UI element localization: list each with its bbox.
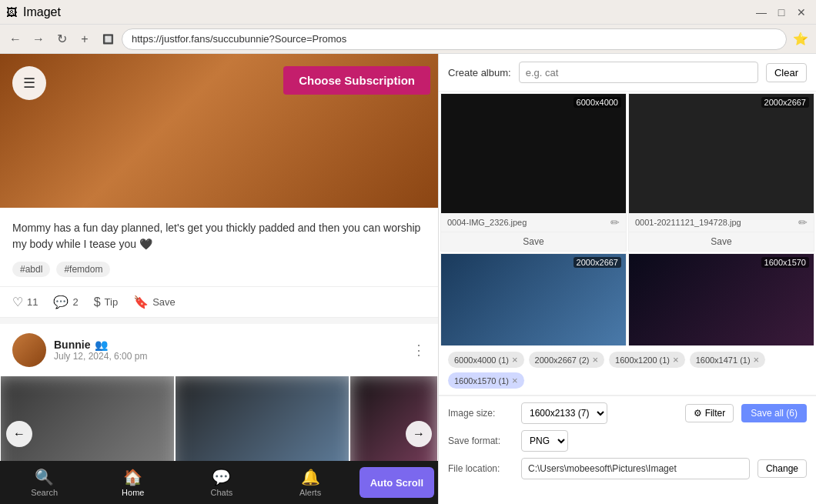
home-nav-label: Home xyxy=(122,488,144,497)
chats-nav-label: Chats xyxy=(211,488,233,497)
back-button[interactable]: ← xyxy=(6,30,25,48)
image-info-2: 0001-20211121_194728.jpg ✏ xyxy=(629,213,814,232)
avatar xyxy=(12,333,46,367)
next-image-button[interactable]: → xyxy=(406,421,432,447)
auto-scroll-button[interactable]: Auto Scroll xyxy=(360,467,434,498)
likes-count: 11 xyxy=(27,296,38,308)
search-nav-item[interactable]: 🔍 Search xyxy=(0,461,89,504)
home-nav-icon: 🏠 xyxy=(123,468,142,486)
chats-nav-item[interactable]: 💬 Chats xyxy=(177,461,266,504)
subscribe-button[interactable]: Choose Subscription xyxy=(283,66,430,95)
image-size-label: Image size: xyxy=(448,408,513,419)
right-panel: Create album: Clear 6000x4000 0004-IMG_2… xyxy=(439,54,816,504)
filter-tag-2000x2667[interactable]: 2000x2667 (2) × xyxy=(529,352,605,368)
heart-icon: ♡ xyxy=(12,295,23,309)
image-name-1: 0004-IMG_2326.jpeg xyxy=(447,218,527,227)
save-action[interactable]: 🔖 Save xyxy=(133,295,176,309)
bookmark-icon[interactable]: ⭐ xyxy=(791,30,810,48)
app-logo-icon: 🖼 xyxy=(6,6,17,18)
image-thumb-1: 6000x4000 xyxy=(441,94,626,213)
filter-tags: 6000x4000 (1) × 2000x2667 (2) × 1600x120… xyxy=(439,345,816,396)
tag-abdl[interactable]: #abdl xyxy=(12,262,50,277)
filter-button[interactable]: ⚙ Filter xyxy=(685,404,734,422)
image-thumb-3: 2000x2667 xyxy=(441,254,626,345)
change-button[interactable]: Change xyxy=(757,459,807,478)
save-format-label: Save format: xyxy=(448,436,513,446)
post-header: Bunnie 👥 July 12, 2024, 6:00 pm ⋮ xyxy=(0,324,438,376)
more-options-button[interactable]: ⋮ xyxy=(412,342,426,359)
alerts-nav-icon: 🔔 xyxy=(301,468,320,486)
alerts-nav-label: Alerts xyxy=(299,488,321,497)
image-dimensions-1: 6000x4000 xyxy=(574,97,621,108)
save-all-button[interactable]: Save all (6) xyxy=(741,404,807,422)
likes-action[interactable]: ♡ 11 xyxy=(12,295,38,309)
refresh-button[interactable]: ↻ xyxy=(52,30,71,48)
file-location-input[interactable] xyxy=(521,458,750,479)
post-date: July 12, 2024, 6:00 pm xyxy=(54,351,147,362)
new-tab-button[interactable]: + xyxy=(75,30,94,48)
format-select[interactable]: PNG xyxy=(521,430,568,452)
save-image-button-1[interactable]: Save xyxy=(441,232,626,251)
album-row: Create album: Clear xyxy=(439,54,816,92)
app-title: Imaget xyxy=(23,5,61,19)
alerts-nav-item[interactable]: 🔔 Alerts xyxy=(266,461,355,504)
image-card-1: 6000x4000 0004-IMG_2326.jpeg ✏ Save xyxy=(440,93,627,252)
title-bar-controls: — □ ✕ xyxy=(753,4,810,21)
remove-filter-tag-3[interactable]: × xyxy=(673,354,679,365)
filter-tag-1600x1471[interactable]: 1600x1471 (1) × xyxy=(690,352,766,368)
close-button[interactable]: ✕ xyxy=(793,4,810,21)
filter-tag-1600x1200[interactable]: 1600x1200 (1) × xyxy=(609,352,685,368)
image-card-3: 2000x2667 xyxy=(440,253,627,345)
title-bar: 🖼 Imaget — □ ✕ xyxy=(0,0,816,25)
filter-tag-label-1: 6000x4000 (1) xyxy=(454,355,509,365)
prev-image-button[interactable]: ← xyxy=(6,421,32,447)
bottom-nav: 🔍 Search 🏠 Home 💬 Chats 🔔 Alerts Auto Sc… xyxy=(0,461,439,504)
url-bar[interactable] xyxy=(122,28,787,50)
maximize-button[interactable]: □ xyxy=(773,4,790,21)
image-card-2: 2000x2667 0001-20211121_194728.jpg ✏ Sav… xyxy=(628,93,814,252)
remove-filter-tag-2[interactable]: × xyxy=(593,354,599,365)
image-name-2: 0001-20211121_194728.jpg xyxy=(635,218,741,227)
filter-tag-1600x1570[interactable]: 1600x1570 (1) × xyxy=(448,372,524,389)
image-dimensions-2: 2000x2667 xyxy=(761,97,809,108)
comments-action[interactable]: 💬 2 xyxy=(53,295,78,309)
browser-bar: ← → ↻ + 🔲 ⭐ xyxy=(0,25,816,54)
file-location-label: File location: xyxy=(448,463,513,474)
home-nav-item[interactable]: 🏠 Home xyxy=(89,461,177,504)
tip-label: Tip xyxy=(105,296,119,308)
post-actions: ♡ 11 💬 2 $ Tip 🔖 Save xyxy=(0,286,438,318)
image-thumb-4: 1600x1570 xyxy=(629,254,814,345)
edit-icon-2[interactable]: ✏ xyxy=(798,216,808,229)
album-input[interactable] xyxy=(519,62,758,83)
forward-button[interactable]: → xyxy=(29,30,48,48)
filter-icon: ⚙ xyxy=(694,408,702,419)
minimize-button[interactable]: — xyxy=(753,4,770,21)
menu-icon: ☰ xyxy=(23,75,35,92)
edit-icon-1[interactable]: ✏ xyxy=(610,216,620,229)
main-area: ☰ Choose Subscription Mommy has a fun da… xyxy=(0,54,816,504)
save-image-button-2[interactable]: Save xyxy=(629,232,814,251)
search-nav-label: Search xyxy=(31,488,58,497)
comments-count: 2 xyxy=(72,296,78,308)
menu-button[interactable]: ☰ xyxy=(12,66,46,100)
post-header-left: Bunnie 👥 July 12, 2024, 6:00 pm xyxy=(12,333,147,367)
tag-femdom[interactable]: #femdom xyxy=(56,262,110,277)
bottom-controls: Image size: 1600x2133 (7) ⚙ Filter Save … xyxy=(439,396,816,492)
remove-filter-tag-5[interactable]: × xyxy=(512,375,518,386)
post-author: Bunnie xyxy=(54,339,90,351)
image-thumb-2: 2000x2667 xyxy=(629,94,814,213)
remove-filter-tag-1[interactable]: × xyxy=(512,354,518,365)
image-size-row: Image size: 1600x2133 (7) ⚙ Filter Save … xyxy=(448,402,807,424)
album-label: Create album: xyxy=(448,67,511,78)
image-size-select[interactable]: 1600x2133 (7) xyxy=(521,402,607,424)
post-meta: Bunnie 👥 July 12, 2024, 6:00 pm xyxy=(54,339,147,362)
remove-filter-tag-4[interactable]: × xyxy=(754,354,760,365)
clear-button[interactable]: Clear xyxy=(766,63,807,82)
filter-tag-6000x4000[interactable]: 6000x4000 (1) × xyxy=(448,352,524,368)
left-panel: ☰ Choose Subscription Mommy has a fun da… xyxy=(0,54,439,504)
filter-tag-label-2: 2000x2667 (2) xyxy=(535,355,590,365)
tip-action[interactable]: $ Tip xyxy=(94,295,118,309)
title-bar-left: 🖼 Imaget xyxy=(6,5,61,19)
filter-tag-label-5: 1600x1570 (1) xyxy=(454,376,509,386)
save-format-row: Save format: PNG xyxy=(448,430,807,452)
